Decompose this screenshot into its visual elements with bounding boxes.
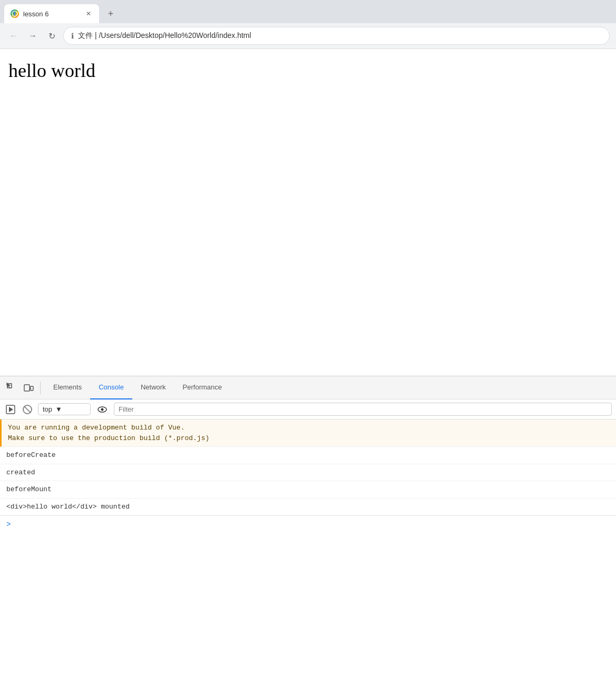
device-toolbar-button[interactable] — [21, 380, 36, 395]
nav-bar: ← → ↻ ℹ 文件 | /Users/dell/Desktop/Hello%2… — [0, 23, 616, 48]
tab-performance[interactable]: Performance — [174, 376, 230, 399]
devtools-tabs: Elements Console Network Performance — [45, 376, 230, 399]
console-message-warning: You are running a development build of V… — [0, 419, 616, 447]
forward-button[interactable]: → — [25, 28, 40, 43]
devtools-toolbar: Elements Console Network Performance — [0, 376, 616, 399]
console-message-beforecreate: beforeCreate — [0, 447, 616, 464]
inspect-element-button[interactable] — [4, 380, 19, 395]
tab-network[interactable]: Network — [132, 376, 174, 399]
console-filter-input[interactable] — [114, 403, 612, 416]
console-message-beforemount: beforeMount — [0, 481, 616, 499]
console-message-text: <div>hello world</div> mounted — [6, 503, 130, 511]
back-button[interactable]: ← — [6, 28, 21, 43]
tab-bar: lesson 6 ✕ + — [0, 0, 616, 23]
address-bar[interactable]: ℹ 文件 | /Users/dell/Desktop/Hello%20World… — [63, 27, 610, 45]
console-message-created: created — [0, 464, 616, 482]
tab-favicon — [11, 9, 19, 18]
console-input-row: > — [0, 515, 616, 533]
console-message-mounted: <div>hello world</div> mounted — [0, 499, 616, 516]
tab-close-button[interactable]: ✕ — [84, 9, 93, 18]
console-message-text: created — [6, 469, 35, 476]
address-info-icon: ℹ — [71, 32, 74, 40]
reload-button[interactable]: ↻ — [44, 28, 59, 43]
dropdown-arrow-icon: ▼ — [55, 405, 62, 413]
console-message-warning-text: You are running a development build of V… — [8, 424, 209, 442]
svg-rect-3 — [24, 385, 30, 391]
tab-elements[interactable]: Elements — [45, 376, 90, 399]
svg-rect-4 — [31, 386, 33, 391]
context-value: top — [43, 405, 52, 413]
address-text: 文件 | /Users/dell/Desktop/Hello%20World/i… — [78, 31, 602, 41]
play-button[interactable] — [4, 403, 17, 416]
tab-console[interactable]: Console — [90, 376, 132, 399]
console-output: You are running a development build of V… — [0, 419, 616, 681]
console-input[interactable] — [15, 521, 610, 529]
console-message-text: beforeCreate — [6, 451, 56, 459]
prohibit-icon — [23, 405, 32, 414]
active-tab[interactable]: lesson 6 ✕ — [4, 4, 99, 23]
clear-console-button[interactable] — [21, 403, 34, 416]
tab-title: lesson 6 — [23, 10, 80, 18]
devtools-panel: Elements Console Network Performance — [0, 376, 616, 681]
page-content: hello world — [0, 49, 616, 376]
toolbar-divider — [40, 382, 41, 394]
svg-point-8 — [101, 408, 104, 411]
console-prompt: > — [6, 520, 11, 529]
browser-chrome: lesson 6 ✕ + ← → ↻ ℹ 文件 | /Users/dell/De… — [0, 0, 616, 49]
context-selector[interactable]: top ▼ — [38, 403, 91, 415]
svg-marker-6 — [9, 407, 13, 412]
page-heading: hello world — [8, 60, 608, 82]
console-message-text: beforeMount — [6, 485, 52, 493]
eye-button[interactable] — [95, 402, 110, 417]
new-tab-button[interactable]: + — [103, 6, 118, 21]
console-toolbar: top ▼ — [0, 399, 616, 419]
